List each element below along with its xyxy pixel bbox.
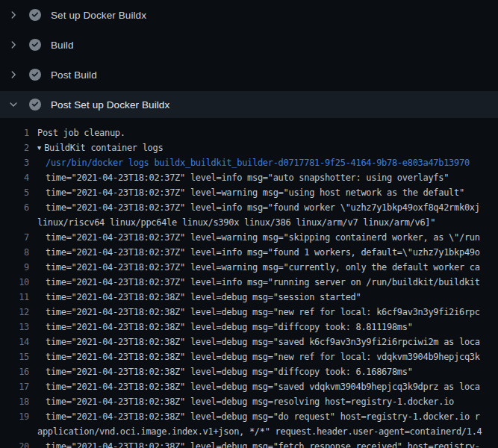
log-line: 8 time="2021-04-23T18:02:37Z" level=info…: [0, 245, 498, 260]
log-text: time="2021-04-23T18:02:38Z" level=debug …: [46, 382, 480, 392]
line-number[interactable]: 5: [0, 185, 29, 200]
log-line-content: time="2021-04-23T18:02:38Z" level=debug …: [29, 290, 498, 305]
line-number[interactable]: [0, 215, 29, 230]
log-text: application/vnd.oci.image.index.v1+json,…: [37, 426, 482, 437]
log-text: time="2021-04-23T18:02:38Z" level=debug …: [46, 307, 480, 317]
check-circle-icon: [29, 9, 41, 21]
log-line: application/vnd.oci.image.index.v1+json,…: [0, 424, 498, 439]
line-number[interactable]: 16: [0, 364, 29, 379]
log-line-content: time="2021-04-23T18:02:37Z" level=warnin…: [29, 230, 498, 245]
steps-list: Set up Docker Buildx Build P: [0, 0, 498, 118]
log-text: linux/riscv64 linux/ppc64le linux/s390x …: [37, 217, 435, 228]
log-text: time="2021-04-23T18:02:37Z" level=info m…: [46, 277, 480, 287]
line-number[interactable]: 1: [0, 125, 29, 140]
step-header[interactable]: Post Build: [0, 60, 498, 90]
chevron-right-icon: [7, 9, 19, 21]
log-text: time="2021-04-23T18:02:38Z" level=debug …: [46, 322, 413, 332]
log-line: 19 time="2021-04-23T18:02:38Z" level=deb…: [0, 409, 498, 424]
line-number[interactable]: 18: [0, 394, 29, 409]
log-line-content: time="2021-04-23T18:02:38Z" level=debug …: [29, 409, 498, 424]
log-line-content: time="2021-04-23T18:02:37Z" level=info m…: [29, 245, 498, 260]
log-line: 10 time="2021-04-23T18:02:37Z" level=inf…: [0, 275, 498, 290]
log-line: 20 time="2021-04-23T18:02:38Z" level=deb…: [0, 439, 498, 448]
line-number[interactable]: [0, 424, 29, 439]
step-label: Post Set up Docker Buildx: [51, 99, 169, 111]
line-number[interactable]: 12: [0, 305, 29, 320]
line-number[interactable]: 2: [0, 140, 29, 155]
log-line-content: time="2021-04-23T18:02:38Z" level=debug …: [29, 320, 498, 335]
line-number[interactable]: 14: [0, 335, 29, 349]
log-line-content: time="2021-04-23T18:02:37Z" level=info m…: [29, 170, 498, 185]
chevron-right-icon: [7, 69, 19, 81]
check-circle-icon: [29, 69, 41, 81]
check-circle-icon: [29, 39, 41, 51]
log-text: time="2021-04-23T18:02:37Z" level=info m…: [46, 172, 449, 183]
step-header[interactable]: Build: [0, 30, 498, 60]
log-line-content: time="2021-04-23T18:02:37Z" level=warnin…: [29, 260, 498, 275]
log-line: 6 time="2021-04-23T18:02:37Z" level=info…: [0, 200, 498, 215]
log-line: 18 time="2021-04-23T18:02:38Z" level=deb…: [0, 394, 498, 409]
line-number[interactable]: 6: [0, 200, 29, 215]
log-line: 2 ▼BuildKit container logs: [0, 140, 498, 155]
line-number[interactable]: 7: [0, 230, 29, 245]
log-line-content: ▼BuildKit container logs: [29, 140, 498, 155]
log-line: 5 time="2021-04-23T18:02:37Z" level=warn…: [0, 185, 498, 200]
log-text: time="2021-04-23T18:02:37Z" level=warnin…: [46, 187, 464, 198]
log-text: time="2021-04-23T18:02:38Z" level=debug …: [46, 441, 480, 448]
log-line-content: time="2021-04-23T18:02:38Z" level=debug …: [29, 394, 498, 409]
log-text: Post job cleanup.: [37, 128, 125, 138]
line-number[interactable]: 8: [0, 245, 29, 260]
log-line-content: time="2021-04-23T18:02:37Z" level=info m…: [29, 200, 498, 215]
log-text: time="2021-04-23T18:02:38Z" level=debug …: [46, 396, 454, 407]
log-text: BuildKit container logs: [44, 143, 163, 153]
log-line-content: time="2021-04-23T18:02:38Z" level=debug …: [29, 349, 498, 364]
line-number[interactable]: 3: [0, 155, 29, 170]
log-line-content: time="2021-04-23T18:02:37Z" level=warnin…: [29, 185, 498, 200]
log-line-content: time="2021-04-23T18:02:38Z" level=debug …: [29, 439, 498, 448]
log-text: time="2021-04-23T18:02:37Z" level=info m…: [46, 247, 480, 258]
workflow-log-panel: Set up Docker Buildx Build P: [0, 0, 498, 448]
line-number[interactable]: 17: [0, 379, 29, 394]
log-text: /usr/bin/docker logs buildx_buildkit_bui…: [46, 158, 470, 168]
log-text: time="2021-04-23T18:02:37Z" level=warnin…: [46, 262, 480, 273]
log-line: 17 time="2021-04-23T18:02:38Z" level=deb…: [0, 379, 498, 394]
log-line: 3 /usr/bin/docker logs buildx_buildkit_b…: [0, 155, 498, 170]
step-header[interactable]: Set up Docker Buildx: [0, 0, 498, 30]
log-line-content: linux/riscv64 linux/ppc64le linux/s390x …: [29, 215, 498, 230]
step-label: Post Build: [51, 69, 97, 81]
group-toggle-triangle-down-icon[interactable]: ▼: [37, 144, 41, 152]
log-line-content: time="2021-04-23T18:02:38Z" level=debug …: [29, 364, 498, 379]
log-line: 15 time="2021-04-23T18:02:38Z" level=deb…: [0, 349, 498, 364]
line-number[interactable]: 9: [0, 260, 29, 275]
log-text: time="2021-04-23T18:02:37Z" level=warnin…: [46, 232, 480, 243]
chevron-down-icon: [7, 99, 19, 111]
step-label: Build: [51, 40, 74, 51]
log-line: 14 time="2021-04-23T18:02:38Z" level=deb…: [0, 335, 498, 349]
line-number[interactable]: 10: [0, 275, 29, 290]
log-text: time="2021-04-23T18:02:38Z" level=debug …: [46, 411, 480, 422]
line-number[interactable]: 13: [0, 320, 29, 335]
log-line-content: time="2021-04-23T18:02:38Z" level=debug …: [29, 379, 498, 394]
step-header[interactable]: Post Set up Docker Buildx: [0, 91, 498, 118]
log-text: time="2021-04-23T18:02:38Z" level=debug …: [46, 292, 361, 302]
line-number[interactable]: 19: [0, 409, 29, 424]
line-number[interactable]: 4: [0, 170, 29, 185]
log-viewer: 1 Post job cleanup. 2 ▼BuildKit containe…: [0, 125, 498, 448]
log-line: 9 time="2021-04-23T18:02:37Z" level=warn…: [0, 260, 498, 275]
log-line-content: application/vnd.oci.image.index.v1+json,…: [29, 424, 498, 439]
log-line: linux/riscv64 linux/ppc64le linux/s390x …: [0, 215, 498, 230]
log-text: time="2021-04-23T18:02:38Z" level=debug …: [46, 367, 413, 377]
line-number[interactable]: 15: [0, 349, 29, 364]
log-text: time="2021-04-23T18:02:37Z" level=info m…: [46, 202, 480, 213]
log-line: 7 time="2021-04-23T18:02:37Z" level=warn…: [0, 230, 498, 245]
log-line: 4 time="2021-04-23T18:02:37Z" level=info…: [0, 170, 498, 185]
log-line: 11 time="2021-04-23T18:02:38Z" level=deb…: [0, 290, 498, 305]
log-line: 13 time="2021-04-23T18:02:38Z" level=deb…: [0, 320, 498, 335]
log-line-content: time="2021-04-23T18:02:37Z" level=info m…: [29, 275, 498, 290]
chevron-right-icon: [7, 39, 19, 51]
log-line: 16 time="2021-04-23T18:02:38Z" level=deb…: [0, 364, 498, 379]
log-line-content: time="2021-04-23T18:02:38Z" level=debug …: [29, 305, 498, 320]
line-number[interactable]: 20: [0, 439, 29, 448]
line-number[interactable]: 11: [0, 290, 29, 305]
log-text: time="2021-04-23T18:02:38Z" level=debug …: [46, 352, 480, 362]
